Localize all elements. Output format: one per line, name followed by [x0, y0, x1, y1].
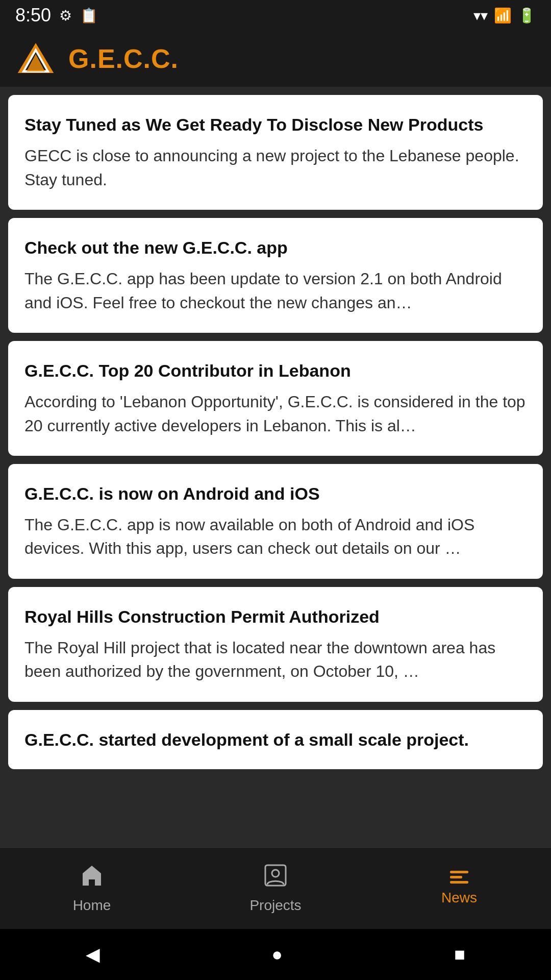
nav-label-news: News	[441, 890, 477, 906]
news-body-3: According to 'Lebanon Opportunity', G.E.…	[24, 390, 527, 437]
nav-item-news[interactable]: News	[408, 871, 510, 906]
news-card-5[interactable]: Royal Hills Construction Permit Authoriz…	[8, 587, 543, 702]
app-title: G.E.C.C.	[68, 43, 179, 74]
home-icon	[80, 863, 104, 893]
status-bar: 8:50 ⚙ 📋 ▾▾ 📶 🔋	[0, 0, 551, 31]
news-title-2: Check out the new G.E.C.C. app	[24, 236, 527, 259]
svg-point-4	[272, 870, 279, 877]
nav-item-home[interactable]: Home	[41, 863, 143, 914]
signal-icon: 📶	[494, 7, 512, 24]
android-nav: ◀ ● ■	[0, 929, 551, 980]
news-card-3[interactable]: G.E.C.C. Top 20 Contributor in Lebanon A…	[8, 341, 543, 456]
nav-label-projects: Projects	[249, 897, 301, 914]
clipboard-icon: 📋	[80, 7, 98, 24]
recents-button[interactable]: ■	[454, 944, 465, 965]
battery-icon: 🔋	[518, 7, 536, 24]
app-logo	[15, 41, 56, 77]
status-right: ▾▾ 📶 🔋	[473, 7, 536, 24]
logo-svg	[15, 41, 56, 77]
home-button[interactable]: ●	[271, 944, 283, 965]
news-title-6: G.E.C.C. started development of a small …	[24, 728, 527, 751]
back-button[interactable]: ◀	[86, 944, 100, 965]
status-left: 8:50 ⚙ 📋	[15, 5, 98, 26]
news-card-2[interactable]: Check out the new G.E.C.C. app The G.E.C…	[8, 218, 543, 333]
news-title-3: G.E.C.C. Top 20 Contributor in Lebanon	[24, 359, 527, 382]
news-body-4: The G.E.C.C. app is now available on bot…	[24, 513, 527, 560]
settings-icon: ⚙	[59, 7, 72, 24]
news-body-1: GECC is close to announcing a new projec…	[24, 144, 527, 191]
news-body-2: The G.E.C.C. app has been update to vers…	[24, 267, 527, 314]
nav-item-projects[interactable]: Projects	[224, 863, 327, 914]
bottom-nav: Home Projects News	[0, 847, 551, 929]
news-card-1[interactable]: Stay Tuned as We Get Ready To Disclose N…	[8, 95, 543, 210]
projects-icon	[263, 863, 288, 893]
status-time: 8:50	[15, 5, 51, 26]
news-card-6[interactable]: G.E.C.C. started development of a small …	[8, 710, 543, 769]
news-icon	[450, 871, 468, 886]
nav-label-home: Home	[73, 897, 111, 914]
news-title-4: G.E.C.C. is now on Android and iOS	[24, 482, 527, 505]
news-card-4[interactable]: G.E.C.C. is now on Android and iOS The G…	[8, 464, 543, 579]
wifi-icon: ▾▾	[473, 7, 488, 24]
news-title-5: Royal Hills Construction Permit Authoriz…	[24, 605, 527, 628]
news-body-5: The Royal Hill project that is located n…	[24, 636, 527, 683]
news-title-1: Stay Tuned as We Get Ready To Disclose N…	[24, 113, 527, 136]
app-header: G.E.C.C.	[0, 31, 551, 87]
news-list: Stay Tuned as We Get Ready To Disclose N…	[0, 87, 551, 847]
